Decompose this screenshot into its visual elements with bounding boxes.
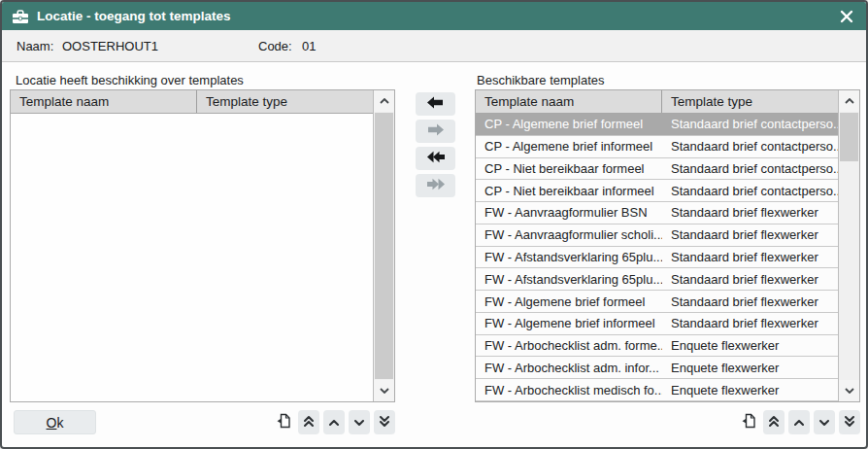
table-row[interactable]: FW - Aanvraagformulier scholi... Standaa…	[476, 224, 838, 247]
template-type-cell: Standaard brief flexwerker	[662, 294, 838, 309]
available-templates-table: Template naam Template type CP - Algemen…	[475, 89, 860, 402]
column-header-template-type[interactable]: Template type	[197, 94, 373, 109]
template-type-cell: Enquete flexwerker	[662, 383, 838, 397]
location-templates-list	[11, 114, 373, 401]
right-record-nav	[738, 410, 860, 434]
available-templates-list: CP - Algemene brief formeel Standaard br…	[476, 114, 838, 401]
column-header-template-naam[interactable]: Template naam	[11, 90, 197, 113]
last-record-button[interactable]	[374, 410, 395, 434]
document-arrow-icon	[277, 413, 291, 432]
titlebar: Locatie - toegang tot templates	[2, 2, 866, 30]
template-naam-cell: FW - Algemene brief formeel	[476, 294, 662, 309]
scrollbar-thumb[interactable]	[375, 113, 393, 379]
table-row[interactable]: FW - Afstandsverklaring 65plu... Standaa…	[476, 268, 838, 291]
template-naam-cell: FW - Arbochecklist adm. infor...	[476, 361, 662, 375]
next-record-button[interactable]	[814, 410, 835, 434]
goto-record-button[interactable]	[738, 410, 759, 434]
left-table-scrollbar[interactable]	[373, 90, 394, 401]
column-header-template-naam[interactable]: Template naam	[476, 90, 662, 113]
table-row[interactable]: CP - Niet bereikbaar formeel Standaard b…	[476, 158, 838, 181]
table-row[interactable]: FW - Afstandsverklaring 65plu... Standaa…	[476, 247, 838, 269]
goto-record-button[interactable]	[273, 410, 294, 434]
double-arrow-left-icon	[427, 151, 445, 166]
template-naam-cell: CP - Algemene brief informeel	[476, 139, 662, 154]
table-row[interactable]: CP - Algemene brief informeel Standaard …	[476, 136, 838, 158]
arrow-left-icon	[427, 96, 444, 112]
template-naam-cell: FW - Afstandsverklaring 65plu...	[476, 272, 662, 287]
naam-value: OOSTERHOUT1	[62, 39, 158, 53]
move-right-button[interactable]	[416, 120, 455, 143]
close-icon[interactable]	[837, 7, 856, 26]
double-chevron-up-icon	[768, 415, 780, 431]
template-type-cell: Standaard brief flexwerker	[662, 316, 838, 330]
double-chevron-up-icon	[303, 415, 315, 431]
location-templates-table: Template naam Template type	[10, 89, 395, 402]
table-header: Template naam Template type	[11, 90, 373, 114]
template-type-cell: Standaard brief contactperso...	[662, 139, 838, 154]
code-label: Code:	[258, 39, 292, 53]
double-arrow-right-icon	[427, 178, 445, 193]
code-value: 01	[302, 39, 316, 53]
next-record-button[interactable]	[349, 410, 370, 434]
template-naam-cell: FW - Algemene brief informeel	[476, 316, 662, 330]
template-type-cell: Enquete flexwerker	[662, 361, 838, 375]
template-type-cell: Standaard brief flexwerker	[662, 205, 838, 220]
left-record-nav	[273, 410, 395, 434]
template-naam-cell: CP - Niet bereikbaar informeel	[476, 184, 662, 198]
scroll-up-icon[interactable]	[839, 90, 859, 112]
previous-record-button[interactable]	[788, 410, 810, 434]
template-type-cell: Standaard brief flexwerker	[662, 250, 838, 264]
info-bar: Naam: OOSTERHOUT1 Code: 01	[2, 30, 866, 62]
double-chevron-down-icon	[844, 415, 855, 431]
double-chevron-down-icon	[379, 415, 390, 431]
move-left-button[interactable]	[416, 92, 455, 116]
window-title: Locatie - toegang tot templates	[37, 9, 231, 23]
scroll-down-icon[interactable]	[839, 380, 859, 401]
first-record-button[interactable]	[763, 410, 785, 434]
template-naam-cell: FW - Arbochecklist adm. forme...	[476, 338, 662, 353]
table-row[interactable]: CP - Algemene brief formeel Standaard br…	[476, 114, 838, 136]
template-naam-cell: FW - Aanvraagformulier BSN	[476, 205, 662, 220]
briefcase-icon	[12, 9, 29, 24]
scroll-up-icon[interactable]	[374, 90, 394, 112]
table-row[interactable]: FW - Arbochecklist adm. forme... Enquete…	[476, 335, 838, 358]
table-row[interactable]: FW - Aanvraagformulier BSN Standaard bri…	[476, 202, 838, 224]
naam-label: Naam:	[17, 39, 53, 53]
table-header: Template naam Template type	[476, 90, 838, 114]
table-row[interactable]: FW - Algemene brief informeel Standaard …	[476, 313, 838, 335]
scroll-down-icon[interactable]	[374, 380, 394, 401]
template-naam-cell: CP - Niet bereikbaar formeel	[476, 161, 662, 176]
right-table-scrollbar[interactable]	[838, 90, 859, 401]
scrollbar-thumb[interactable]	[840, 113, 858, 161]
template-type-cell: Standaard brief flexwerker	[662, 227, 838, 242]
dialog-locatie-templates: Locatie - toegang tot templates Naam: OO…	[0, 0, 868, 449]
template-naam-cell: FW - Arbochecklist medisch fo...	[476, 383, 662, 397]
move-all-left-button[interactable]	[416, 147, 455, 170]
left-panel-title: Locatie heeft beschikking over templates	[16, 73, 244, 87]
template-naam-cell: CP - Algemene brief formeel	[476, 117, 662, 131]
last-record-button[interactable]	[839, 410, 860, 434]
chevron-down-icon	[353, 415, 365, 430]
chevron-up-icon	[328, 415, 340, 430]
template-type-cell: Standaard brief contactperso...	[662, 161, 838, 176]
table-row[interactable]: CP - Niet bereikbaar informeel Standaard…	[476, 180, 838, 202]
chevron-down-icon	[818, 415, 830, 430]
previous-record-button[interactable]	[323, 410, 345, 434]
template-type-cell: Standaard brief flexwerker	[662, 272, 838, 287]
template-type-cell: Standaard brief contactperso...	[662, 117, 838, 131]
arrow-right-icon	[427, 123, 444, 139]
column-header-template-type[interactable]: Template type	[662, 94, 838, 109]
right-panel-title: Beschikbare templates	[477, 73, 605, 87]
ok-button[interactable]: Ok	[14, 410, 96, 434]
table-row[interactable]: FW - Arbochecklist medisch fo... Enquete…	[476, 379, 838, 401]
first-record-button[interactable]	[298, 410, 319, 434]
document-arrow-icon	[742, 413, 756, 432]
template-type-cell: Standaard brief contactperso...	[662, 184, 838, 198]
template-type-cell: Enquete flexwerker	[662, 338, 838, 353]
chevron-up-icon	[793, 415, 805, 430]
template-naam-cell: FW - Afstandsverklaring 65plu...	[476, 250, 662, 264]
move-all-right-button[interactable]	[416, 174, 455, 197]
table-row[interactable]: FW - Algemene brief formeel Standaard br…	[476, 291, 838, 313]
table-row[interactable]: FW - Arbochecklist adm. infor... Enquete…	[476, 357, 838, 379]
template-naam-cell: FW - Aanvraagformulier scholi...	[476, 227, 662, 242]
